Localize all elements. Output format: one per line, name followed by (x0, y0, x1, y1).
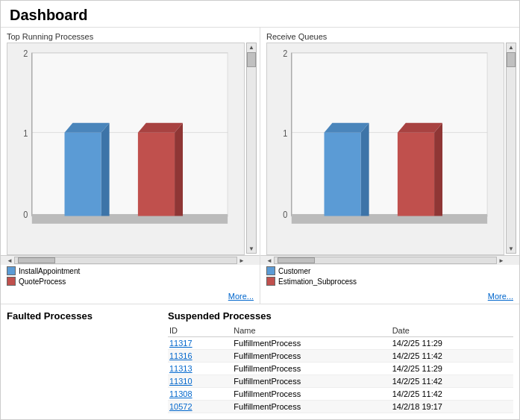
process-id-link[interactable]: 11316 (169, 351, 192, 360)
process-name: FulfillmentProcess (232, 401, 390, 413)
right-chart-more-link[interactable]: More... (260, 290, 519, 304)
right-chart-panel: Receive Queues 2 1 0 (260, 28, 519, 304)
left-chart-vscroll[interactable]: ▲ ▼ (246, 43, 257, 254)
bottom-section: Faulted Processes Suspended Processes ID… (1, 304, 519, 419)
left-legend-color-1 (7, 266, 16, 275)
svg-text:0: 0 (283, 209, 287, 220)
svg-rect-31 (398, 133, 434, 216)
right-legend-label-2: Estimation_Subprocess (278, 278, 357, 286)
charts-row: Top Running Processes 2 1 0 (1, 28, 519, 304)
faulted-title: Faulted Processes (7, 310, 156, 322)
process-date: 14/2/25 11:29 (391, 363, 513, 375)
left-chart-panel: Top Running Processes 2 1 0 (1, 28, 260, 304)
suspended-table-body: 11317FulfillmentProcess14/2/25 11:291131… (168, 337, 513, 413)
table-row: 11310FulfillmentProcess14/2/25 11:42 (168, 375, 513, 388)
left-chart-legend: InstallAppointment QuoteProcess (1, 265, 260, 290)
svg-marker-13 (101, 123, 110, 216)
left-legend-item-2: QuoteProcess (7, 277, 254, 286)
table-row: 11316FulfillmentProcess14/2/25 11:42 (168, 350, 513, 363)
right-chart-legend: Customer Estimation_Subprocess (260, 265, 519, 290)
suspended-section: Suspended Processes ID Name Date 11317Fu… (168, 310, 513, 413)
page-title: Dashboard (1, 1, 519, 28)
faulted-section: Faulted Processes (7, 310, 156, 413)
right-chart-title: Receive Queues (260, 28, 519, 43)
table-row: 11317FulfillmentProcess14/2/25 11:29 (168, 337, 513, 350)
svg-marker-33 (434, 123, 442, 216)
right-legend-label-1: Customer (278, 267, 310, 275)
left-chart-hscroll[interactable]: ◄ ► (1, 255, 260, 265)
process-name: FulfillmentProcess (232, 363, 390, 375)
process-id-link[interactable]: 10572 (169, 402, 192, 411)
svg-rect-1 (32, 53, 228, 216)
left-chart-more-link[interactable]: More... (1, 290, 260, 304)
svg-marker-30 (361, 123, 369, 216)
svg-text:1: 1 (283, 128, 287, 139)
process-name: FulfillmentProcess (232, 388, 390, 401)
right-legend-color-2 (266, 277, 275, 286)
left-legend-item-1: InstallAppointment (7, 266, 254, 275)
right-chart-area: 2 1 0 (266, 43, 504, 255)
right-chart-hscroll[interactable]: ◄ ► (260, 255, 519, 265)
right-legend-item-1: Customer (266, 266, 513, 275)
svg-rect-11 (65, 133, 101, 216)
process-date: 14/2/18 19:17 (391, 401, 513, 413)
svg-text:2: 2 (283, 48, 287, 59)
left-legend-label-2: QuoteProcess (19, 278, 66, 286)
left-legend-color-2 (7, 277, 16, 286)
svg-rect-10 (32, 214, 228, 224)
right-chart-svg: 2 1 0 (267, 43, 504, 254)
suspended-title: Suspended Processes (168, 310, 513, 322)
process-id-link[interactable]: 11317 (169, 339, 192, 348)
process-date: 14/2/25 11:42 (391, 350, 513, 363)
dashboard-container: Dashboard Top Running Processes (0, 0, 520, 420)
process-name: FulfillmentProcess (232, 350, 390, 363)
left-chart-title: Top Running Processes (1, 28, 260, 43)
process-date: 14/2/25 11:29 (391, 337, 513, 350)
process-date: 14/2/25 11:42 (391, 388, 513, 401)
table-row: 11313FulfillmentProcess14/2/25 11:29 (168, 363, 513, 375)
col-header-id: ID (168, 325, 232, 337)
right-chart-vscroll[interactable]: ▲ ▼ (506, 43, 516, 254)
left-chart-svg: 2 1 0 (7, 43, 244, 254)
svg-text:0: 0 (23, 209, 28, 220)
svg-text:2: 2 (23, 48, 28, 59)
right-legend-item-2: Estimation_Subprocess (266, 277, 513, 286)
left-legend-label-1: InstallAppointment (19, 267, 80, 275)
process-id-link[interactable]: 11313 (169, 364, 192, 373)
right-legend-color-1 (266, 266, 275, 275)
svg-rect-28 (325, 133, 361, 216)
process-id-link[interactable]: 11308 (169, 389, 192, 398)
svg-marker-16 (175, 123, 183, 216)
main-content: Top Running Processes 2 1 0 (1, 28, 519, 419)
table-row: 11308FulfillmentProcess14/2/25 11:42 (168, 388, 513, 401)
left-chart-area: 2 1 0 (7, 43, 245, 255)
col-header-name: Name (232, 325, 390, 337)
suspended-table-header: ID Name Date (168, 325, 513, 337)
process-date: 14/2/25 11:42 (391, 375, 513, 388)
process-name: FulfillmentProcess (232, 337, 390, 350)
suspended-table: ID Name Date 11317FulfillmentProcess14/2… (168, 325, 513, 413)
process-id-link[interactable]: 11310 (169, 377, 192, 386)
svg-rect-14 (138, 133, 175, 216)
svg-text:1: 1 (23, 128, 28, 139)
col-header-date: Date (391, 325, 513, 337)
suspended-header-row: ID Name Date (168, 325, 513, 337)
svg-rect-18 (292, 53, 487, 216)
table-row: 10572FulfillmentProcess14/2/18 19:17 (168, 401, 513, 413)
process-name: FulfillmentProcess (232, 375, 390, 388)
svg-rect-27 (292, 214, 487, 224)
